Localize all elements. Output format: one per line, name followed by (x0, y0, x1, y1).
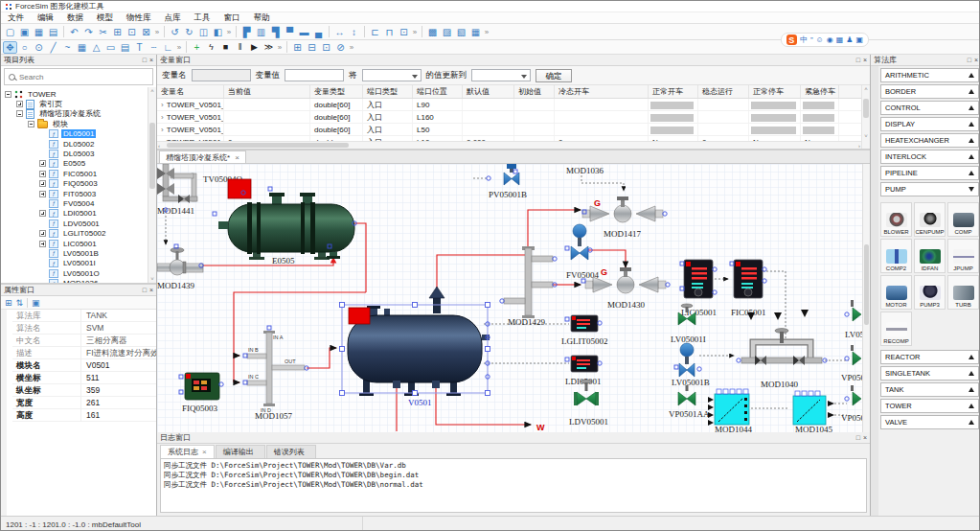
tree-item[interactable]: LDI05001 (3, 209, 156, 219)
toolbar-icon[interactable]: ○ (17, 41, 32, 54)
menu-item[interactable]: 文件 (1, 12, 31, 24)
toolbar-icon[interactable]: ↻ (182, 26, 196, 38)
library-item[interactable]: PUMP3 (914, 275, 946, 310)
tree-expand-icon[interactable] (39, 160, 46, 167)
tree-item-label[interactable]: LV05001O (61, 269, 102, 278)
tree-item[interactable]: DL05001 (3, 129, 156, 139)
property-row[interactable]: 宽度 261 (12, 397, 156, 409)
toolbar-icon[interactable]: ■ (218, 41, 233, 54)
confirm-button[interactable]: 确定 (536, 69, 572, 82)
variable-column-header[interactable]: 稳态运行 (698, 85, 749, 98)
library-item[interactable]: CENPUMP (914, 202, 946, 237)
menu-item[interactable]: 点库 (158, 12, 188, 24)
property-value[interactable]: SVM (81, 322, 156, 335)
tree-item-label[interactable]: LDI05001 (61, 209, 99, 218)
close-icon[interactable]: × (149, 57, 153, 63)
toolbar-icon[interactable]: ▤ (46, 26, 60, 38)
toolbar-icon[interactable] (236, 26, 237, 37)
tree-item[interactable]: 模块 (3, 119, 156, 128)
toolbar-icon[interactable]: ⊞ (290, 41, 305, 54)
toolbar-icon[interactable]: ⊡ (397, 26, 411, 38)
tree-item-label[interactable]: LV05001I (61, 259, 98, 267)
library-group-header[interactable]: BORDER (880, 84, 979, 99)
tree-item-label[interactable]: 精馏塔顶冷凝系统 (37, 108, 103, 119)
variable-cell-name[interactable]: TOWER_V0501_FIG (157, 111, 224, 123)
ime-icon[interactable]: ▣ (855, 35, 863, 44)
tree-expand-icon[interactable] (5, 91, 11, 98)
toolbar-icon[interactable]: ↶ (67, 26, 81, 38)
ime-icon[interactable]: 中 (800, 35, 808, 45)
toolbar-icon[interactable]: ↕ (347, 26, 361, 38)
toolbar-icon[interactable]: ▦ (75, 41, 89, 54)
toolbar-icon[interactable]: ▦ (468, 26, 483, 38)
ime-icon[interactable]: ◉ (827, 35, 833, 44)
toolbar-icon[interactable]: ≫ (262, 41, 276, 54)
menu-item[interactable]: 工具 (188, 12, 217, 24)
library-group-header[interactable]: TOWER (880, 399, 979, 413)
tree-item-label[interactable]: MOD1036 (61, 279, 100, 283)
close-icon[interactable]: × (974, 57, 978, 63)
float-icon[interactable]: □ (143, 57, 147, 63)
tree-item-label[interactable]: TOWER (26, 90, 58, 99)
tree-item[interactable]: FIC05001 (3, 169, 156, 178)
variable-row[interactable]: TOWER_V0501_FIL double[60] 入口 L50 (157, 124, 870, 136)
tree-item-label[interactable]: FIC05001 (61, 170, 99, 178)
toolbar-icon[interactable]: ↔ (332, 26, 347, 38)
property-value[interactable]: TANK (81, 310, 156, 322)
variable-row[interactable]: TOWER_V0501_FI double[60] 入口 L90 (157, 99, 870, 111)
tree-item-label[interactable]: LGLIT05002 (61, 229, 107, 238)
scroll-up-icon[interactable]: ˄ (148, 87, 156, 95)
tree-item-label[interactable]: DL05003 (61, 150, 96, 158)
property-row[interactable]: 中文名 三相分离器 (12, 335, 156, 347)
tree-expand-icon[interactable] (39, 171, 46, 177)
toolbar-icon[interactable]: ⊡ (319, 41, 333, 54)
log-tab[interactable]: 系统日志 × (160, 445, 215, 458)
toolbar-icon[interactable]: ▬ (297, 26, 311, 38)
tree-item[interactable]: DL05003 (3, 149, 156, 158)
toolbar-icon[interactable] (329, 26, 330, 37)
tree-item[interactable]: FIT05003 (3, 189, 156, 198)
variable-value-input[interactable] (285, 69, 344, 81)
float-icon[interactable]: □ (143, 287, 147, 293)
property-value[interactable]: 359 (81, 384, 156, 397)
variable-column-header[interactable]: 正常停车 (749, 85, 801, 98)
variable-column-header[interactable]: 冷态开车 (555, 85, 649, 98)
search-input[interactable] (19, 73, 148, 81)
tree-expand-icon[interactable] (39, 210, 46, 217)
library-group-header[interactable]: DISPLAY (880, 117, 979, 131)
toolbar-icon[interactable]: ⊘ (333, 41, 348, 54)
tree-item-label[interactable]: LIC05001 (61, 240, 99, 248)
scroll-thumb[interactable] (149, 123, 155, 189)
ime-icon[interactable]: ☺ (816, 35, 824, 44)
tree-item[interactable]: LV05001I (3, 259, 156, 268)
property-value[interactable]: 161 (81, 409, 156, 422)
toolbar-icon[interactable]: ⊠ (139, 26, 153, 38)
library-item[interactable]: TURB (947, 275, 979, 310)
tree-item[interactable]: E0505 (3, 159, 156, 169)
tree-expand-icon[interactable] (39, 241, 46, 247)
toolbar-icon[interactable]: △ (89, 41, 103, 54)
tree-item-label[interactable]: FIQ05003 (61, 179, 100, 188)
tree-item[interactable]: LIC05001 (3, 239, 156, 248)
toolbar-icon[interactable]: ▦ (32, 26, 46, 38)
tree-item-label[interactable]: DL05001 (61, 129, 96, 138)
toolbar-icon[interactable] (422, 26, 422, 37)
tree-item-label[interactable]: FV05004 (61, 199, 96, 208)
menu-item[interactable]: 物性库 (120, 12, 158, 24)
tree-item[interactable]: FV05004 (3, 198, 156, 208)
tree-expand-icon[interactable] (28, 121, 34, 127)
menu-item[interactable]: 帮助 (247, 12, 277, 24)
tree-item-label[interactable]: LDV05001 (61, 219, 102, 228)
toolbar-icon[interactable]: ‖ (233, 41, 247, 54)
toolbar-icon[interactable]: ▩ (425, 26, 440, 38)
toolbar-icon[interactable]: ╱ (46, 41, 60, 54)
tree-item-label[interactable]: LV05001B (61, 249, 101, 258)
menu-item[interactable]: 窗口 (217, 12, 247, 24)
toolbar-icon[interactable]: ◧ (211, 26, 225, 38)
property-row[interactable]: 横坐标 511 (12, 372, 156, 384)
library-item[interactable]: COMP (947, 202, 979, 237)
variable-cell-name[interactable]: TOWER_V0501_FI (157, 99, 224, 110)
toolbar-icon[interactable] (286, 41, 287, 53)
properties-tool-icon[interactable]: ⇅ (16, 298, 24, 308)
variable-column-header[interactable]: 默认值 (463, 85, 514, 98)
